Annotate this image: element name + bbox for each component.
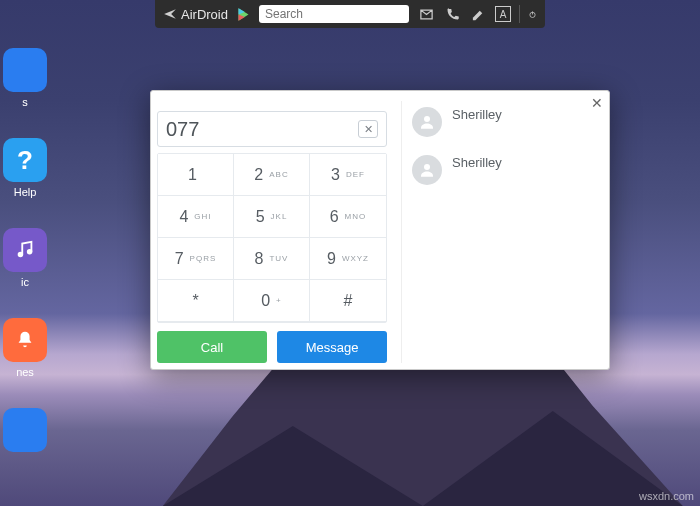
mail-icon[interactable] bbox=[417, 5, 435, 23]
key-4[interactable]: 4GHI bbox=[158, 196, 234, 238]
backspace-icon[interactable]: ✕ bbox=[358, 120, 378, 138]
contact-name: Sherilley bbox=[452, 155, 502, 170]
app-os-label: s bbox=[0, 96, 50, 108]
message-button[interactable]: Message bbox=[277, 331, 387, 363]
phone-icon[interactable] bbox=[443, 5, 461, 23]
dial-actions: Call Message bbox=[157, 331, 387, 363]
call-button[interactable]: Call bbox=[157, 331, 267, 363]
app-ringtones-tile[interactable] bbox=[3, 318, 47, 362]
app-help-tile[interactable]: ? bbox=[3, 138, 47, 182]
dial-pad: 1 2ABC 3DEF 4GHI 5JKL 6MNO 7PQRS 8TUV 9W… bbox=[157, 153, 387, 323]
contact-name: Sherilley bbox=[452, 107, 502, 122]
svg-point-9 bbox=[18, 252, 24, 258]
app-last-tile[interactable] bbox=[3, 408, 47, 452]
key-1[interactable]: 1 bbox=[158, 154, 234, 196]
avatar-icon bbox=[412, 107, 442, 137]
svg-point-12 bbox=[424, 164, 430, 170]
desktop-apps: s ? Help ic nes bbox=[0, 48, 50, 482]
app-os-tile[interactable] bbox=[3, 48, 47, 92]
svg-point-10 bbox=[27, 249, 33, 255]
entered-number[interactable]: 077 bbox=[166, 118, 358, 141]
key-2[interactable]: 2ABC bbox=[234, 154, 310, 196]
contact-item[interactable]: Sherilley bbox=[402, 101, 603, 149]
key-3[interactable]: 3DEF bbox=[310, 154, 386, 196]
key-7[interactable]: 7PQRS bbox=[158, 238, 234, 280]
search-box[interactable] bbox=[259, 5, 409, 23]
brand: AirDroid bbox=[163, 7, 228, 22]
key-0[interactable]: 0+ bbox=[234, 280, 310, 322]
music-note-icon bbox=[14, 239, 36, 261]
search-input[interactable] bbox=[265, 7, 403, 21]
app-music-label: ic bbox=[0, 276, 50, 288]
text-a-icon[interactable]: A bbox=[495, 6, 511, 22]
watermark: wsxdn.com bbox=[639, 490, 694, 502]
edit-icon[interactable] bbox=[469, 5, 487, 23]
app-help[interactable]: ? Help bbox=[0, 138, 50, 198]
key-hash[interactable]: # bbox=[310, 280, 386, 322]
brand-text: AirDroid bbox=[181, 7, 228, 22]
key-star[interactable]: * bbox=[158, 280, 234, 322]
app-ringtones[interactable]: nes bbox=[0, 318, 50, 378]
power-icon[interactable] bbox=[519, 5, 537, 23]
airdroid-logo-icon bbox=[163, 7, 177, 21]
dialer-window: ✕ 077 ✕ 1 2ABC 3DEF 4GHI 5JKL 6MNO 7PQRS… bbox=[150, 90, 610, 370]
number-display: 077 ✕ bbox=[157, 111, 387, 147]
contact-item[interactable]: Sherilley bbox=[402, 149, 603, 197]
app-music-tile[interactable] bbox=[3, 228, 47, 272]
top-bar: AirDroid A bbox=[155, 0, 545, 28]
app-ringtones-label: nes bbox=[0, 366, 50, 378]
avatar-icon bbox=[412, 155, 442, 185]
key-9[interactable]: 9WXYZ bbox=[310, 238, 386, 280]
bell-icon bbox=[14, 329, 36, 351]
key-6[interactable]: 6MNO bbox=[310, 196, 386, 238]
svg-point-11 bbox=[424, 116, 430, 122]
play-store-icon[interactable] bbox=[236, 7, 251, 22]
dial-panel: 077 ✕ 1 2ABC 3DEF 4GHI 5JKL 6MNO 7PQRS 8… bbox=[157, 111, 387, 363]
key-5[interactable]: 5JKL bbox=[234, 196, 310, 238]
app-os[interactable]: s bbox=[0, 48, 50, 108]
app-last[interactable] bbox=[0, 408, 50, 452]
key-8[interactable]: 8TUV bbox=[234, 238, 310, 280]
question-mark-icon: ? bbox=[17, 145, 33, 176]
app-help-label: Help bbox=[0, 186, 50, 198]
contacts-panel: Sherilley Sherilley bbox=[401, 101, 603, 363]
app-music[interactable]: ic bbox=[0, 228, 50, 288]
